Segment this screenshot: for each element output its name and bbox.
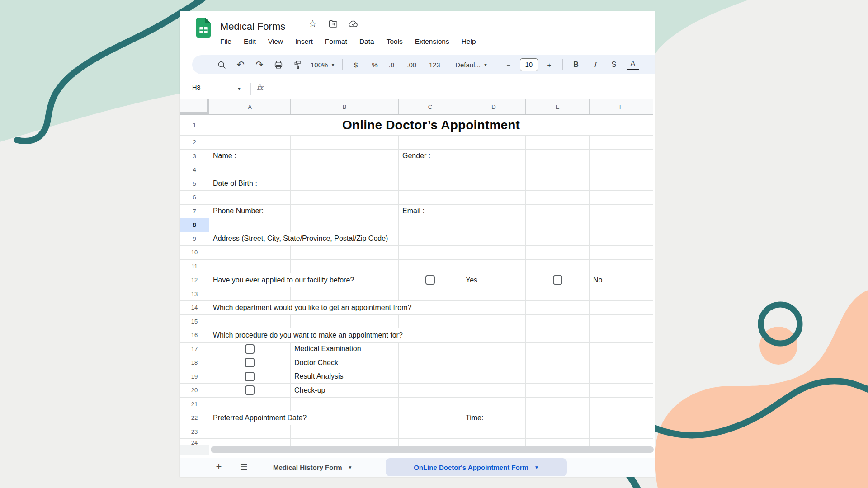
cell-D16[interactable] [462,328,526,342]
cell-D22[interactable]: Time: [462,411,526,425]
cell-D5[interactable] [462,177,526,191]
row-header-2[interactable]: 2 [180,136,209,149]
cell-E24[interactable] [526,439,590,446]
cell-E4[interactable] [526,163,590,177]
cell-E20[interactable] [526,384,590,397]
cell-C7[interactable]: Email : [399,205,462,218]
cell-B2[interactable] [291,136,399,149]
row-header-14[interactable]: 14 [180,301,209,314]
cell-B20[interactable]: Check-up [291,384,399,397]
column-header-D[interactable]: D [462,99,526,114]
menu-item-file[interactable]: File [220,38,231,46]
menu-item-extensions[interactable]: Extensions [415,38,449,46]
row-header-7[interactable]: 7 [180,205,209,218]
cell-C20[interactable] [399,384,462,397]
sheet-tab-medical-history-form[interactable]: Medical History Form ▼ [269,458,357,477]
row-header-12[interactable]: 12 [180,273,209,287]
row-header-5[interactable]: 5 [180,177,209,191]
row-header-9[interactable]: 9 [180,232,209,246]
checkbox-C12[interactable] [425,275,435,285]
cell-F14[interactable] [590,301,653,314]
cell-F3[interactable] [590,150,653,163]
column-header-E[interactable]: E [526,99,590,114]
cell-F20[interactable] [590,384,653,397]
cell-D19[interactable] [462,370,526,384]
cell-E13[interactable] [526,287,590,301]
cell-A2[interactable] [209,136,291,149]
cell-E17[interactable] [526,343,590,356]
text-color-button[interactable]: A [627,59,639,70]
cell-E10[interactable] [526,246,590,259]
font-size-input[interactable]: 10 [518,58,540,71]
checkbox-A20[interactable] [245,385,255,395]
row-header-21[interactable]: 21 [180,398,209,411]
cell-F19[interactable] [590,370,653,384]
cell-B11[interactable] [291,260,399,273]
cell-C11[interactable] [399,260,462,273]
row-header-4[interactable]: 4 [180,163,209,177]
number-format[interactable]: 123 [429,58,440,71]
column-header-C[interactable]: C [399,99,462,114]
cell-D13[interactable] [462,287,526,301]
cell-A8[interactable] [209,218,291,232]
row-header-3[interactable]: 3 [180,150,209,163]
cell-D17[interactable] [462,343,526,356]
sheet-tab-caret-icon[interactable]: ▼ [348,465,353,470]
cell-D23[interactable] [462,425,526,439]
checkbox-A18[interactable] [245,358,255,367]
cell-B21[interactable] [291,398,399,411]
row-header-17[interactable]: 17 [180,343,209,356]
cell-C8[interactable] [399,218,462,232]
cell-A20[interactable] [209,384,291,397]
row-header-11[interactable]: 11 [180,260,209,273]
paint-format-icon[interactable] [292,58,303,71]
cell-A15[interactable] [209,315,291,328]
cell-C15[interactable] [399,315,462,328]
cell-B10[interactable] [291,246,399,259]
cell-A17[interactable] [209,343,291,356]
cell-B13[interactable] [291,287,399,301]
cell-F23[interactable] [590,425,653,439]
search-icon[interactable] [216,58,227,71]
cell-A1-merged[interactable]: Online Doctor’s Appointment [209,115,653,135]
sheet-tab-online-doctors-appointment-form[interactable]: OnLine Doctor's Appointment Form ▼ [386,458,567,476]
cell-F11[interactable] [590,260,653,273]
cell-E21[interactable] [526,398,590,411]
cell-F15[interactable] [590,315,653,328]
cell-F21[interactable] [590,398,653,411]
row-header-19[interactable]: 19 [180,370,209,384]
cell-D4[interactable] [462,163,526,177]
cell-A24[interactable] [209,439,291,446]
cell-B24[interactable] [291,439,399,446]
cell-A21[interactable] [209,398,291,411]
cell-E23[interactable] [526,425,590,439]
cell-C17[interactable] [399,343,462,356]
format-currency[interactable]: $ [350,58,362,71]
cell-C18[interactable] [399,356,462,370]
cell-E18[interactable] [526,356,590,370]
cell-F17[interactable] [590,343,653,356]
cell-C13[interactable] [399,287,462,301]
checkbox-E12[interactable] [553,275,562,285]
cell-A14[interactable]: Which department would you like to get a… [209,301,291,314]
cell-C5[interactable] [399,177,462,191]
italic-button[interactable]: I [589,58,601,71]
checkbox-A19[interactable] [245,372,255,381]
cell-D9[interactable] [462,232,526,246]
row-header-6[interactable]: 6 [180,191,209,204]
cell-A4[interactable] [209,163,291,177]
cell-B6[interactable] [291,191,399,204]
cell-A19[interactable] [209,370,291,384]
cell-B23[interactable] [291,425,399,439]
cell-F18[interactable] [590,356,653,370]
cell-C9[interactable] [399,232,462,246]
cell-A16[interactable]: Which procedure do you want to make an a… [209,328,291,342]
cell-F4[interactable] [590,163,653,177]
cell-C22[interactable] [399,411,462,425]
cell-B19[interactable]: Result Analysis [291,370,399,384]
cell-A11[interactable] [209,260,291,273]
cell-D7[interactable] [462,205,526,218]
cell-B15[interactable] [291,315,399,328]
cell-C2[interactable] [399,136,462,149]
cell-F8[interactable] [590,218,653,232]
